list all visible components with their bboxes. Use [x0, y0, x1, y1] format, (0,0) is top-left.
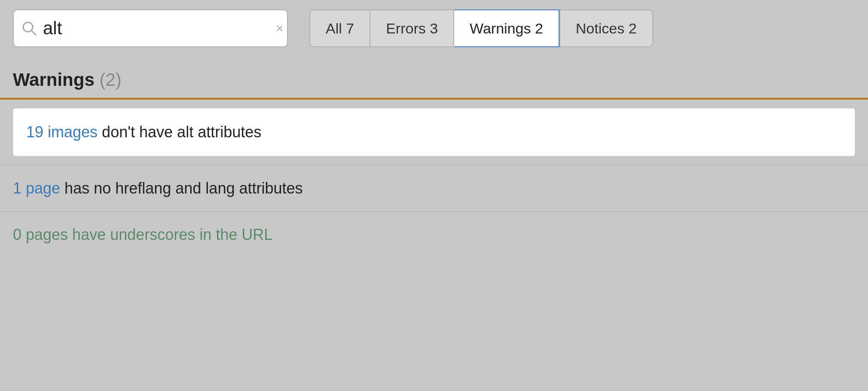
tab-errors-label: Errors — [386, 20, 430, 37]
tab-warnings-count: 2 — [535, 20, 543, 37]
orange-divider — [0, 98, 868, 100]
tab-all[interactable]: All 7 — [309, 9, 370, 47]
warning-text-1: 19 images don't have alt attributes — [26, 123, 261, 141]
clear-icon[interactable]: × — [276, 21, 284, 36]
notice-text-1: 0 pages have underscores in the URL — [13, 226, 272, 243]
section-heading-count: (2) — [99, 70, 121, 90]
tab-warnings-label: Warnings — [470, 20, 535, 37]
warning-item-highlighted: 19 images don't have alt attributes — [13, 108, 855, 156]
tab-notices[interactable]: Notices 2 — [559, 9, 653, 47]
section-heading-text: Warnings — [13, 70, 95, 90]
tab-errors[interactable]: Errors 3 — [370, 9, 454, 47]
svg-line-1 — [31, 30, 36, 35]
warning-link-2[interactable]: 1 page — [13, 179, 60, 197]
top-bar: × All 7 Errors 3 Warnings 2 Notices 2 — [0, 0, 868, 57]
tab-notices-count: 2 — [629, 20, 637, 37]
tab-notices-label: Notices — [576, 20, 629, 37]
warning-item-2: 1 page has no hreflang and lang attribut… — [0, 166, 868, 211]
filter-tabs: All 7 Errors 3 Warnings 2 Notices 2 — [309, 9, 653, 47]
tab-warnings[interactable]: Warnings 2 — [454, 9, 559, 47]
tab-errors-count: 3 — [430, 20, 438, 37]
search-icon — [21, 21, 37, 36]
search-box: × — [13, 9, 288, 47]
notice-section: 0 pages have underscores in the URL — [0, 212, 868, 258]
search-input[interactable] — [43, 18, 270, 39]
tab-all-count: 7 — [346, 20, 354, 37]
section-heading: Warnings (2) — [0, 57, 868, 98]
warning-link-1[interactable]: 19 images — [26, 123, 98, 141]
warning-text-2: 1 page has no hreflang and lang attribut… — [13, 179, 303, 197]
tab-all-label: All — [326, 20, 346, 37]
